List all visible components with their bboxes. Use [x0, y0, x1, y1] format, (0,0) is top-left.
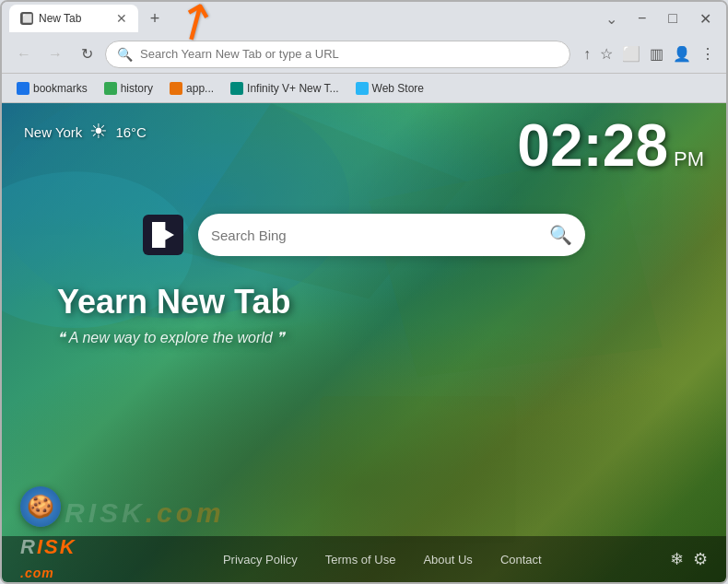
settings-icon[interactable]: ⚙: [693, 549, 708, 569]
weather-icon: ☀: [89, 120, 108, 144]
bookmark-favicon-apps: [170, 82, 182, 95]
address-input-wrap: 🔍: [105, 41, 570, 68]
bookmark-label-infinity: Infinity V+ New T...: [247, 82, 339, 95]
contact-link[interactable]: Contact: [500, 553, 542, 566]
bookmark-favicon-bookmarks: [17, 82, 29, 95]
bookmark-favicon-infinity: [230, 82, 243, 95]
clock-widget: 02:28 PM: [517, 116, 704, 175]
cookie-extension-icon[interactable]: 🍪: [20, 486, 61, 527]
address-search-icon: 🔍: [117, 47, 133, 62]
active-tab[interactable]: ⬜ New Tab ✕: [9, 5, 138, 32]
footer-links: Privacy Policy Terms of Use About Us Con…: [95, 553, 670, 566]
address-input[interactable]: [140, 47, 558, 61]
browser-menu-icon[interactable]: ⋮: [699, 43, 717, 64]
window-controls: ⌄ − □ ✕: [600, 6, 719, 31]
page-content: New York ☀ 16°C 02:28 PM 🔍 Yearn New Tab…: [2, 103, 726, 582]
app-subtitle: ❝ A new way to explore the world ❞: [57, 329, 290, 346]
bookmark-bookmarks[interactable]: bookmarks: [9, 79, 95, 98]
bookmark-label-apps: app...: [186, 82, 214, 95]
refresh-button[interactable]: ↻: [74, 41, 100, 67]
bookmark-label-webstore: Web Store: [372, 82, 424, 95]
bookmark-apps[interactable]: app...: [162, 79, 221, 98]
clock-ampm: PM: [674, 147, 704, 171]
about-us-link[interactable]: About Us: [423, 553, 472, 566]
bookmark-history[interactable]: history: [97, 79, 160, 98]
bing-logo-icon: [152, 222, 174, 248]
close-button[interactable]: ✕: [692, 6, 719, 31]
bookmark-icon[interactable]: ☆: [598, 43, 615, 64]
bookmark-infinity[interactable]: Infinity V+ New T...: [223, 79, 346, 98]
address-bar: ← → ↻ 🔍 ↑ ☆ ⬜ ▥ 👤 ⋮: [2, 35, 726, 74]
title-bar: ⬜ New Tab ✕ + ⌄ − □ ✕: [2, 2, 726, 35]
share-icon[interactable]: ↑: [581, 44, 593, 64]
privacy-policy-link[interactable]: Privacy Policy: [223, 553, 298, 566]
profile-icon[interactable]: 👤: [671, 43, 693, 64]
bookmark-label-history: history: [121, 82, 153, 95]
forward-button[interactable]: →: [42, 41, 68, 67]
weather-widget: New York ☀ 16°C: [24, 120, 147, 144]
browser-frame: ⬜ New Tab ✕ + ⌄ − □ ✕ ← → ↻ 🔍 ↑ ☆ ⬜ ▥ 👤 …: [0, 0, 728, 584]
minimize-icon: ⌄: [600, 10, 623, 28]
app-title-heading: Yearn New Tab: [57, 283, 290, 321]
tab-favicon: ⬜: [20, 12, 33, 25]
page-footer: RISK .com Privacy Policy Terms of Use Ab…: [2, 536, 726, 582]
snowflake-icon[interactable]: ❄: [670, 549, 684, 569]
svg-rect-4: [320, 396, 515, 543]
search-widget: 🔍: [143, 214, 585, 256]
bookmarks-bar: bookmarks history app... Infinity V+ New…: [2, 74, 726, 103]
search-box: 🔍: [198, 214, 585, 256]
new-tab-button[interactable]: +: [142, 6, 168, 31]
back-button[interactable]: ←: [11, 41, 37, 67]
address-bar-actions: ↑ ☆ ⬜ ▥ 👤 ⋮: [581, 43, 717, 64]
bookmark-favicon-webstore: [356, 82, 369, 95]
footer-logo-accent: ISK: [37, 535, 76, 558]
bookmark-favicon-history: [104, 82, 117, 95]
bookmark-label-bookmarks: bookmarks: [33, 82, 88, 95]
split-view-icon[interactable]: ▥: [648, 43, 665, 64]
weather-city: New York: [24, 124, 82, 140]
tab-title: New Tab: [39, 12, 107, 25]
weather-temp: 16°C: [115, 124, 147, 140]
search-magnifier-icon[interactable]: 🔍: [549, 224, 572, 246]
footer-icons: ❄ ⚙: [670, 549, 708, 569]
tab-close-button[interactable]: ✕: [116, 11, 127, 26]
footer-logo: RISK .com: [20, 535, 76, 582]
bing-logo: [143, 215, 183, 255]
minimize-button[interactable]: −: [630, 6, 653, 30]
extensions-icon[interactable]: ⬜: [620, 43, 642, 64]
bookmark-webstore[interactable]: Web Store: [348, 79, 431, 98]
terms-of-use-link[interactable]: Terms of Use: [325, 553, 396, 566]
app-title-section: Yearn New Tab ❝ A new way to explore the…: [57, 283, 290, 346]
clock-time: 02:28: [517, 116, 668, 175]
search-input[interactable]: [211, 228, 542, 243]
footer-domain: .com: [20, 566, 54, 580]
maximize-button[interactable]: □: [661, 6, 685, 30]
